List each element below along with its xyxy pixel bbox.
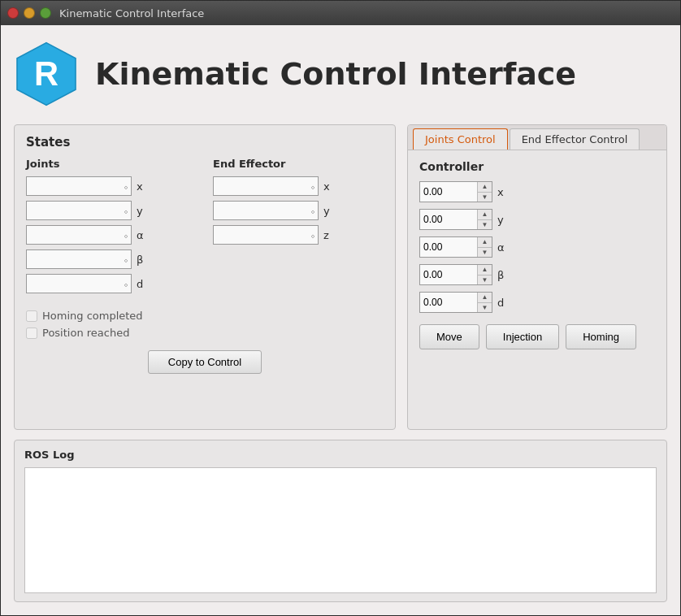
ctrl-row-x: ▲ ▼ x <box>419 181 655 202</box>
position-reached-checkbox[interactable] <box>26 328 37 339</box>
ros-log-section: ROS Log <box>14 440 667 602</box>
ee-row-z: z <box>213 225 384 245</box>
action-buttons: Move Injection Homing <box>419 324 655 349</box>
ctrl-d-spinbox: ▲ ▼ <box>419 292 492 313</box>
ee-x-wrapper <box>213 176 319 196</box>
checkboxes-area: Homing completed Position reached <box>26 310 384 339</box>
ee-row-y: y <box>213 201 384 220</box>
ctrl-y-spinbox: ▲ ▼ <box>419 209 492 230</box>
joint-beta-label: β <box>137 254 150 266</box>
ee-z-input[interactable] <box>213 225 319 245</box>
homing-completed-row: Homing completed <box>26 310 384 322</box>
ctrl-x-down-arrow[interactable]: ▼ <box>478 193 492 202</box>
minimize-button[interactable] <box>24 7 35 19</box>
ctrl-d-label: d <box>497 297 510 309</box>
ctrl-y-input[interactable] <box>420 210 477 229</box>
ctrl-beta-down-arrow[interactable]: ▼ <box>478 275 492 285</box>
ctrl-beta-label: β <box>497 269 510 281</box>
ctrl-row-beta: ▲ ▼ β <box>419 264 655 285</box>
joint-y-label: y <box>137 205 150 217</box>
ee-z-label: z <box>323 229 336 241</box>
joint-alpha-input[interactable] <box>26 225 132 245</box>
logo-icon: R <box>14 41 79 106</box>
joint-row-x: x <box>26 176 197 196</box>
ctrl-y-arrows: ▲ ▼ <box>477 210 492 229</box>
tab-joints-control[interactable]: Joints Control <box>413 128 508 150</box>
states-title: States <box>26 135 384 150</box>
main-content: R Kinematic Control Interface States Joi… <box>1 25 680 615</box>
ctrl-row-d: ▲ ▼ d <box>419 292 655 313</box>
ctrl-d-up-arrow[interactable]: ▲ <box>478 293 492 303</box>
main-panels: States Joints x <box>14 124 667 430</box>
ros-log-box[interactable] <box>24 467 657 593</box>
move-button[interactable]: Move <box>419 324 479 349</box>
joint-d-input[interactable] <box>26 274 132 293</box>
ctrl-beta-up-arrow[interactable]: ▲ <box>478 265 492 275</box>
ctrl-d-down-arrow[interactable]: ▼ <box>478 303 492 313</box>
copy-to-control-button[interactable]: Copy to Control <box>148 350 262 374</box>
ee-z-wrapper <box>213 225 319 245</box>
ctrl-x-up-arrow[interactable]: ▲ <box>478 182 492 193</box>
maximize-button[interactable] <box>40 7 51 19</box>
controller-panel: Joints Control End Effector Control Cont… <box>407 124 667 430</box>
ctrl-alpha-spinbox: ▲ ▼ <box>419 236 492 258</box>
joints-col-header: Joints <box>26 158 197 170</box>
ee-column: End Effector x y <box>197 158 384 298</box>
injection-button[interactable]: Injection <box>486 324 559 349</box>
homing-button[interactable]: Homing <box>566 324 636 349</box>
joint-d-label: d <box>137 278 150 290</box>
titlebar: Kinematic Control Interface <box>1 1 680 25</box>
joint-row-alpha: α <box>26 225 197 245</box>
ctrl-y-up-arrow[interactable]: ▲ <box>478 210 492 220</box>
position-reached-label: Position reached <box>42 327 129 339</box>
ctrl-alpha-down-arrow[interactable]: ▼ <box>478 248 492 258</box>
joint-y-input[interactable] <box>26 201 132 220</box>
ctrl-x-label: x <box>497 186 510 198</box>
joint-row-d: d <box>26 274 197 293</box>
joint-x-wrapper <box>26 176 132 196</box>
position-reached-row: Position reached <box>26 327 384 339</box>
ros-log-title: ROS Log <box>24 449 657 461</box>
header-area: R Kinematic Control Interface <box>14 33 667 115</box>
joint-d-wrapper <box>26 274 132 293</box>
ctrl-beta-spinbox: ▲ ▼ <box>419 264 492 285</box>
ctrl-x-arrows: ▲ ▼ <box>477 182 492 202</box>
joint-alpha-label: α <box>137 229 150 241</box>
joint-beta-input[interactable] <box>26 249 132 269</box>
ctrl-y-down-arrow[interactable]: ▼ <box>478 220 492 230</box>
joint-x-label: x <box>137 180 150 193</box>
ee-y-input[interactable] <box>213 201 319 220</box>
ctrl-beta-input[interactable] <box>420 265 477 284</box>
ee-x-label: x <box>323 180 336 193</box>
ctrl-alpha-input[interactable] <box>420 237 477 257</box>
controller-area: Controller ▲ ▼ x <box>408 150 666 429</box>
tabs-bar: Joints Control End Effector Control <box>408 125 666 150</box>
ctrl-row-alpha: ▲ ▼ α <box>419 236 655 258</box>
states-panel: States Joints x <box>14 124 396 430</box>
joint-x-input[interactable] <box>26 176 132 196</box>
copy-btn-area: Copy to Control <box>26 350 384 374</box>
close-button[interactable] <box>7 7 19 19</box>
ctrl-beta-arrows: ▲ ▼ <box>477 265 492 284</box>
ctrl-x-input[interactable] <box>420 182 477 202</box>
joint-row-y: y <box>26 201 197 220</box>
joint-row-beta: β <box>26 249 197 269</box>
joint-alpha-wrapper <box>26 225 132 245</box>
homing-completed-checkbox[interactable] <box>26 310 37 322</box>
ee-y-label: y <box>323 205 336 217</box>
states-columns: Joints x y <box>26 158 384 298</box>
ctrl-x-spinbox: ▲ ▼ <box>419 181 492 202</box>
ee-y-wrapper <box>213 201 319 220</box>
joints-column: Joints x y <box>26 158 197 298</box>
ee-x-input[interactable] <box>213 176 319 196</box>
controller-title: Controller <box>419 160 655 173</box>
ctrl-alpha-arrows: ▲ ▼ <box>477 237 492 257</box>
ee-row-x: x <box>213 176 384 196</box>
joint-beta-wrapper <box>26 249 132 269</box>
ctrl-alpha-up-arrow[interactable]: ▲ <box>478 237 492 248</box>
ctrl-alpha-label: α <box>497 241 510 254</box>
homing-completed-label: Homing completed <box>42 310 143 322</box>
ctrl-d-input[interactable] <box>420 293 477 312</box>
tab-end-effector-control[interactable]: End Effector Control <box>510 128 640 150</box>
ctrl-y-label: y <box>497 214 510 226</box>
